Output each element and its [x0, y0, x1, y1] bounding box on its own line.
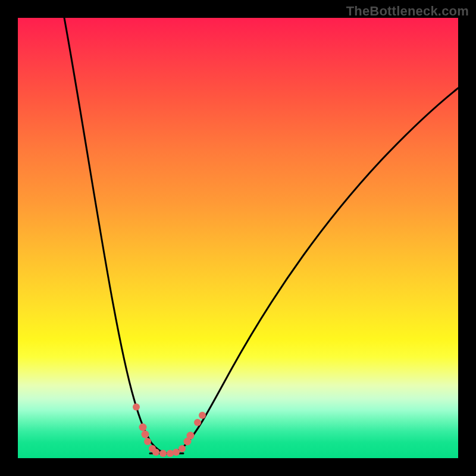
svg-point-8: [173, 449, 180, 456]
watermark: TheBottleneck.com: [346, 4, 469, 19]
bottleneck-curve: [18, 18, 458, 458]
svg-point-12: [194, 419, 201, 426]
svg-point-9: [178, 445, 186, 452]
chart-frame: TheBottleneck.com: [0, 0, 476, 476]
plot-area: [18, 18, 458, 458]
svg-point-0: [133, 403, 140, 411]
svg-point-13: [199, 412, 206, 419]
svg-point-5: [152, 449, 159, 456]
svg-point-2: [142, 431, 149, 439]
svg-point-6: [159, 450, 167, 457]
svg-point-7: [167, 450, 174, 457]
svg-point-3: [144, 438, 151, 445]
svg-point-1: [139, 424, 147, 431]
svg-point-11: [187, 432, 195, 440]
